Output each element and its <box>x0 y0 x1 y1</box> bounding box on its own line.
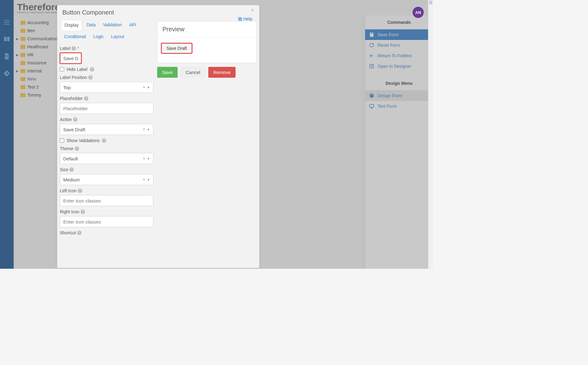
help-icon <box>238 17 242 21</box>
show-validations-input[interactable] <box>60 138 64 143</box>
remove-button[interactable]: Remove <box>208 67 236 78</box>
label-position-select[interactable]: Top ×▼ <box>60 82 153 93</box>
label-input[interactable] <box>60 53 82 64</box>
help-icon[interactable]: ? <box>84 96 88 101</box>
tab-layout[interactable]: Layout <box>108 32 127 41</box>
select-value: Top <box>63 85 71 90</box>
modal-header: Button Component × <box>57 5 259 19</box>
shortcut-label: Shortcut <box>60 230 76 235</box>
theme-label: Theme <box>60 146 73 151</box>
svg-rect-12 <box>239 17 241 20</box>
chevron-down-icon[interactable]: ▼ <box>147 178 150 181</box>
help-link[interactable]: Help <box>238 16 252 21</box>
clear-icon[interactable]: × <box>143 85 145 89</box>
right-icon-label: Right Icon <box>60 209 79 214</box>
scrollbar-thumb[interactable] <box>429 1 432 4</box>
select-value: Save Draft <box>63 127 85 132</box>
label-position-label: Label Position <box>60 75 87 80</box>
clear-icon[interactable]: × <box>143 177 145 182</box>
modal-title: Button Component <box>62 9 114 16</box>
save-button[interactable]: Save <box>157 67 178 78</box>
cancel-button[interactable]: Cancel <box>181 67 205 78</box>
size-select[interactable]: Medium ×▼ <box>60 174 153 185</box>
tab-validation[interactable]: Validation <box>100 20 125 30</box>
help-icon[interactable]: ? <box>81 210 85 214</box>
show-validations-label: Show Validations <box>67 138 99 143</box>
modal-left-column: Display Data Validation API Conditional … <box>57 19 156 268</box>
svg-rect-13 <box>239 18 242 21</box>
clear-icon[interactable]: × <box>143 127 145 132</box>
hide-label-label: Hide Label <box>67 67 87 72</box>
chevron-down-icon[interactable]: ▼ <box>147 157 150 160</box>
avatar[interactable]: AN <box>413 7 424 18</box>
action-label: Action <box>60 117 72 122</box>
hide-label-input[interactable] <box>60 67 64 72</box>
tab-logic[interactable]: Logic <box>90 32 107 41</box>
help-icon[interactable]: ? <box>72 46 76 50</box>
preview-panel: Preview Save Draft <box>157 21 257 63</box>
select-value: Medium <box>63 177 80 182</box>
tab-data[interactable]: Data <box>83 20 99 30</box>
select-value: Default <box>63 156 78 161</box>
modal-tabs: Display Data Validation API Conditional … <box>60 19 153 43</box>
show-validations-checkbox[interactable]: Show Validations ? <box>60 138 153 143</box>
help-icon[interactable]: ? <box>78 189 82 193</box>
help-icon[interactable]: ? <box>73 117 77 122</box>
size-label: Size <box>60 167 68 172</box>
close-icon[interactable]: × <box>251 7 254 14</box>
help-icon[interactable]: ? <box>88 75 93 80</box>
tab-display[interactable]: Display <box>61 20 82 30</box>
right-icon-input[interactable] <box>60 216 153 227</box>
modal-actions: Save Cancel Remove <box>157 67 257 78</box>
hide-label-checkbox[interactable]: Hide Label ? <box>60 67 153 72</box>
button-component-modal: Button Component × Help Display Data Val… <box>57 5 259 268</box>
help-icon[interactable]: ? <box>75 146 79 151</box>
placeholder-input[interactable] <box>60 103 153 114</box>
preview-title: Preview <box>157 21 256 37</box>
help-icon[interactable]: ? <box>69 167 74 172</box>
tab-conditional[interactable]: Conditional <box>61 32 89 41</box>
page-scrollbar[interactable] <box>428 0 433 269</box>
help-icon[interactable]: ? <box>102 138 106 143</box>
theme-select[interactable]: Default ×▼ <box>60 153 153 164</box>
action-select[interactable]: Save Draft ×▼ <box>60 124 153 135</box>
left-icon-input[interactable] <box>60 195 153 206</box>
chevron-down-icon[interactable]: ▼ <box>147 86 150 89</box>
help-label: Help <box>243 16 252 21</box>
clear-icon[interactable]: × <box>143 156 145 161</box>
left-icon-label: Left Icon <box>60 188 77 193</box>
preview-button[interactable]: Save Draft <box>161 43 192 54</box>
modal-right-column: Preview Save Draft Save Cancel Remove <box>156 19 259 268</box>
help-icon[interactable]: ? <box>90 67 94 72</box>
chevron-down-icon[interactable]: ▼ <box>147 128 150 131</box>
label-field-label: Label <box>60 46 70 51</box>
placeholder-label: Placeholder <box>60 96 83 101</box>
tab-api[interactable]: API <box>126 20 139 30</box>
help-icon[interactable]: ? <box>77 231 82 235</box>
avatar-initials: AN <box>415 10 421 15</box>
